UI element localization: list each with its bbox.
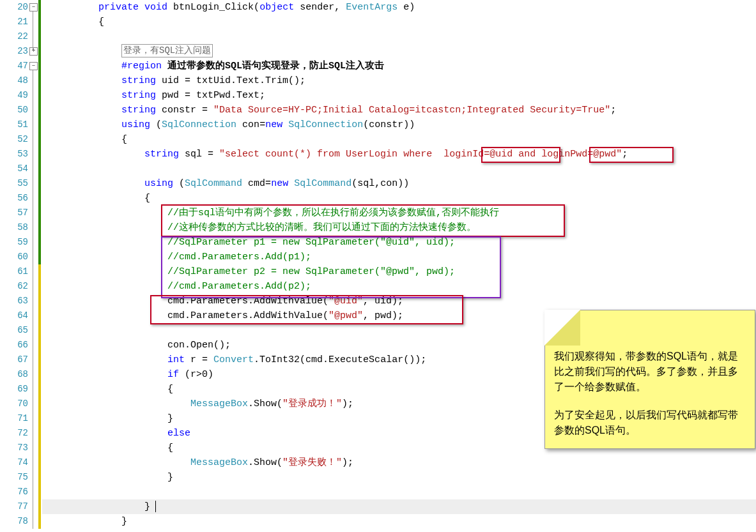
sticky-note[interactable]: 我们观察得知，带参数的SQL语句，就是比之前我们写的代码。多了参数，并且多了一个… <box>544 310 755 449</box>
code-area[interactable]: private void btnLogin_Click(object sende… <box>52 0 628 529</box>
code-line[interactable]: 登录，有SQL注入问题 <box>52 44 628 59</box>
code-line[interactable] <box>52 29 628 44</box>
code-line[interactable]: { <box>52 382 628 397</box>
change-marker-saved <box>38 0 41 264</box>
code-line[interactable]: #region 通过带参数的SQL语句实现登录，防止SQL注入攻击 <box>52 59 628 73</box>
code-line[interactable]: using (SqlCommand cmd=new SqlCommand(sql… <box>52 176 628 191</box>
code-line[interactable]: string pwd = txtPwd.Text; <box>52 88 628 103</box>
code-line[interactable]: } <box>52 411 628 426</box>
change-marker-unsaved <box>38 264 41 529</box>
code-line[interactable]: if (r>0) <box>52 367 628 382</box>
code-line[interactable] <box>52 485 628 499</box>
code-editor[interactable]: 20 21 22 23 47 48 49 50 51 52 53 54 55 5… <box>0 0 756 532</box>
code-line[interactable]: //cmd.Parameters.Add(p2); <box>52 279 628 294</box>
code-line[interactable]: //由于sql语句中有两个参数，所以在执行前必须为该参数赋值,否则不能执行 <box>52 206 628 220</box>
code-line[interactable]: } <box>52 514 628 529</box>
code-line[interactable]: MessageBox.Show("登录成功！"); <box>52 397 628 411</box>
code-line[interactable]: MessageBox.Show("登录失败！"); <box>52 455 628 470</box>
code-line[interactable]: { <box>52 15 628 29</box>
code-line[interactable] <box>52 162 628 176</box>
code-line[interactable]: cmd.Parameters.AddWithValue("@pwd", pwd)… <box>52 308 628 323</box>
code-line[interactable]: private void btnLogin_Click(object sende… <box>52 0 628 15</box>
sticky-fold-icon <box>544 310 580 346</box>
code-line[interactable]: string uid = txtUid.Text.Trim(); <box>52 73 628 88</box>
fold-line <box>33 11 33 50</box>
code-line[interactable]: int r = Convert.ToInt32(cmd.ExecuteScala… <box>52 353 628 367</box>
fold-collapse-icon[interactable]: – <box>29 3 38 11</box>
code-line[interactable]: else <box>52 426 628 441</box>
code-line[interactable] <box>52 323 628 338</box>
code-line[interactable]: //SqlParameter p2 = new SqlParameter("@p… <box>52 264 628 279</box>
code-line[interactable]: cmd.Parameters.AddWithValue("@uid", uid)… <box>52 294 628 308</box>
sticky-text: 为了安全起见，以后我们写代码就都写带参数的SQL语句。 <box>554 407 746 438</box>
spacer <box>554 395 746 407</box>
code-line[interactable]: string sql = "select count(*) from UserL… <box>52 147 628 162</box>
code-line[interactable]: string constr = "Data Source=HY-PC;Initi… <box>52 103 628 118</box>
code-line[interactable]: //SqlParameter p1 = new SqlParameter("@u… <box>52 235 628 250</box>
code-line[interactable]: { <box>52 191 628 206</box>
code-line[interactable]: using (SqlConnection con=new SqlConnecti… <box>52 118 628 132</box>
sticky-text: 我们观察得知，带参数的SQL语句，就是比之前我们写的代码。多了参数，并且多了一个… <box>554 349 746 395</box>
fold-expand-icon[interactable]: + <box>29 47 38 56</box>
collapsed-region-hint[interactable]: 登录，有SQL注入问题 <box>121 44 213 57</box>
fold-collapse-icon[interactable]: – <box>29 62 38 70</box>
code-line[interactable]: con.Open(); <box>52 338 628 353</box>
code-line[interactable]: } <box>52 499 628 514</box>
code-line[interactable]: //cmd.Parameters.Add(p1); <box>52 250 628 264</box>
code-line[interactable]: //这种传参数的方式比较的清晰。我们可以通过下面的方法快速传参数。 <box>52 220 628 235</box>
code-line[interactable]: { <box>52 441 628 455</box>
code-line[interactable]: } <box>52 470 628 485</box>
code-line[interactable]: { <box>52 132 628 147</box>
fold-line <box>33 70 33 529</box>
